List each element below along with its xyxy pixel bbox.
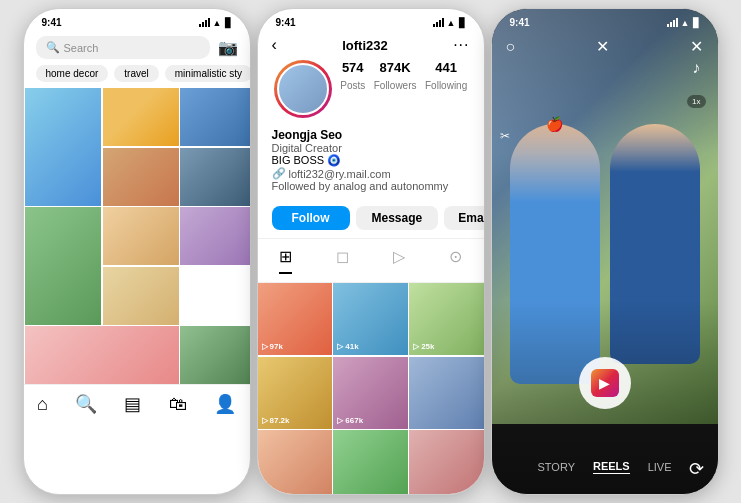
pgrid-3[interactable]: ▷ 25k: [409, 283, 483, 355]
grid-cell-3[interactable]: [180, 88, 251, 146]
signal-3: [667, 18, 678, 27]
tab-reels[interactable]: ▷: [393, 247, 405, 274]
nav-reels[interactable]: ▤: [124, 393, 141, 415]
more-options-icon[interactable]: ···: [453, 36, 469, 54]
grid-cell-10[interactable]: [25, 326, 179, 384]
flash-off-icon[interactable]: ✕: [596, 37, 609, 56]
reels-topbar: ○ ✕ ✕: [492, 37, 718, 56]
camera-icon[interactable]: 📷: [218, 38, 238, 57]
phone-profile: 9:41 ▲ ▊ ‹ lofti232 ···: [257, 8, 485, 495]
bar2: [670, 22, 672, 27]
nav-search[interactable]: 🔍: [75, 393, 97, 415]
pgrid-7[interactable]: [258, 430, 332, 495]
reel-icon: ▶: [591, 369, 619, 397]
profile-name: Jeongja Seo: [272, 128, 470, 142]
email-value[interactable]: lofti232@ry.mail.com: [289, 168, 391, 180]
time-3: 9:41: [510, 17, 530, 28]
link-icon: 🔗: [272, 167, 286, 180]
close-icon[interactable]: ✕: [690, 37, 703, 56]
nav-profile[interactable]: 👤: [214, 393, 236, 415]
profile-grid: ▷ 97k ▷ 41k ▷ 25k ▷ 87.2k ▷ 667k: [258, 283, 484, 495]
tab-tagged[interactable]: ◻: [336, 247, 349, 274]
nav-home[interactable]: ⌂: [37, 394, 48, 415]
reels-bottom-tabs: STORY REELS LIVE: [492, 460, 718, 474]
pgrid-6[interactable]: [409, 357, 483, 429]
profile-username: lofti232: [342, 38, 388, 53]
grid-cell-7[interactable]: [103, 207, 179, 265]
stat-followers[interactable]: 874K Followers: [374, 60, 417, 93]
bar3: [205, 20, 207, 27]
stat-posts: 574 Posts: [340, 60, 365, 93]
search-icon: 🔍: [46, 41, 60, 54]
bar4: [676, 18, 678, 27]
bar4: [442, 18, 444, 27]
tab-live[interactable]: LIVE: [648, 461, 672, 473]
message-button[interactable]: Message: [356, 206, 439, 230]
explore-grid: [24, 88, 250, 384]
phone-reels: 🍎 9:41 ▲ ▊ ○ ✕ ✕: [491, 8, 719, 495]
status-icons-1: ▲ ▊: [199, 18, 232, 28]
posts-label: Posts: [340, 80, 365, 91]
tab-story[interactable]: STORY: [537, 461, 575, 473]
wifi-2: ▲: [447, 18, 456, 28]
wifi-3: ▲: [681, 18, 690, 28]
pgrid-5[interactable]: ▷ 667k: [333, 357, 407, 429]
tags-row: home decor travel minimalistic sty: [24, 65, 250, 88]
badge-5: ▷ 667k: [337, 416, 363, 425]
status-bar-1: 9:41 ▲ ▊: [24, 9, 250, 32]
grid-cell-6[interactable]: [25, 207, 101, 325]
tag-minimalistic[interactable]: minimalistic sty: [165, 65, 250, 82]
tag-travel[interactable]: travel: [114, 65, 158, 82]
pgrid-1[interactable]: ▷ 97k: [258, 283, 332, 355]
speed-indicator[interactable]: 1x: [687, 95, 705, 108]
badge-2: ▷ 41k: [337, 342, 358, 351]
capture-button[interactable]: ▶: [579, 357, 631, 409]
grid-cell-9[interactable]: [103, 267, 179, 325]
stat-following[interactable]: 441 Following: [425, 60, 467, 93]
badge-3: ▷ 25k: [413, 342, 434, 351]
search-bar[interactable]: 🔍 Search: [36, 36, 210, 59]
status-bar-3: 9:41 ▲ ▊: [492, 9, 718, 32]
tab-grid[interactable]: ⊞: [279, 247, 292, 274]
bottom-nav-1: ⌂ 🔍 ▤ 🛍 👤: [24, 384, 250, 427]
battery-3: ▊: [693, 18, 700, 28]
profile-stats-row: 574 Posts 874K Followers 441 Following: [258, 60, 484, 128]
signal-2: [433, 18, 444, 27]
pgrid-4[interactable]: ▷ 87.2k: [258, 357, 332, 429]
followed-by: Followed by analog and autonommy: [272, 180, 470, 192]
left-icons: ✂: [500, 129, 510, 143]
email-button[interactable]: Email: [444, 206, 484, 230]
grid-cell-8[interactable]: [180, 207, 251, 265]
profile-actions: Follow Message Email ∨: [258, 200, 484, 238]
pgrid-2[interactable]: ▷ 41k: [333, 283, 407, 355]
profile-bio: BIG BOSS 🧿: [272, 154, 470, 167]
bar3: [439, 20, 441, 27]
grid-cell-1[interactable]: [25, 88, 101, 206]
badge-1: ▷ 97k: [262, 342, 283, 351]
tab-shop[interactable]: ⊙: [449, 247, 462, 274]
tab-reels[interactable]: REELS: [593, 460, 630, 474]
profile-email: 🔗 lofti232@ry.mail.com: [272, 167, 470, 180]
music-icon[interactable]: ♪: [692, 59, 700, 77]
effects-icon[interactable]: ✂: [500, 129, 510, 143]
bar1: [667, 24, 669, 27]
grid-cell-11[interactable]: [180, 326, 251, 384]
flip-camera-icon[interactable]: ⟳: [689, 458, 704, 480]
follow-button[interactable]: Follow: [272, 206, 350, 230]
profile-topbar: ‹ lofti232 ···: [258, 32, 484, 60]
followers-count: 874K: [374, 60, 417, 75]
bar3: [673, 20, 675, 27]
bar2: [436, 22, 438, 27]
grid-cell-5[interactable]: [180, 148, 251, 206]
tag-home-decor[interactable]: home decor: [36, 65, 109, 82]
back-button[interactable]: ‹: [272, 36, 277, 54]
pgrid-8[interactable]: [333, 430, 407, 495]
avatar-wrap: [274, 60, 332, 118]
grid-cell-4[interactable]: [103, 148, 179, 206]
following-label: Following: [425, 80, 467, 91]
pgrid-9[interactable]: [409, 430, 483, 495]
posts-count: 574: [340, 60, 365, 75]
circle-icon[interactable]: ○: [506, 38, 516, 56]
nav-shop[interactable]: 🛍: [169, 394, 187, 415]
grid-cell-2[interactable]: [103, 88, 179, 146]
